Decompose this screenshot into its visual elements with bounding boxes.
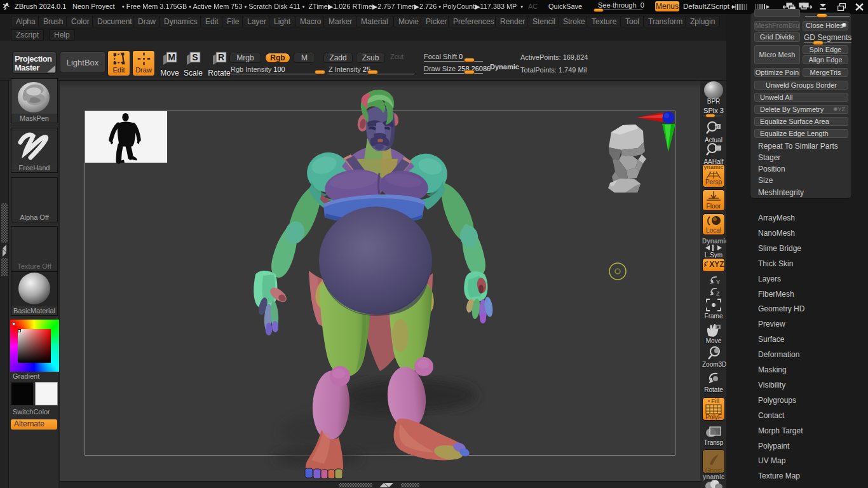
svg-text:R: R <box>218 52 224 62</box>
svg-text:S: S <box>192 52 198 62</box>
svg-text:M: M <box>168 52 175 62</box>
svg-text:Y: Y <box>716 279 720 285</box>
svg-text:x1: x1 <box>715 125 720 129</box>
svg-text:Z: Z <box>716 290 720 297</box>
